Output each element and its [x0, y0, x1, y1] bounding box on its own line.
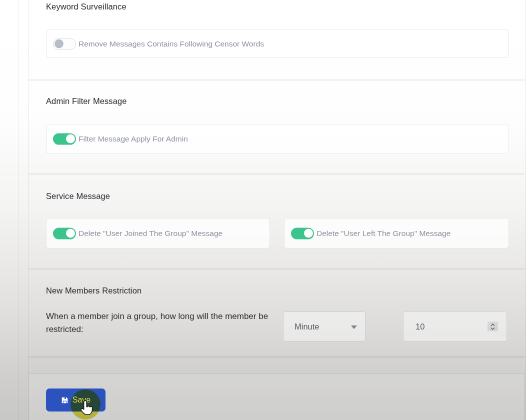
save-button-label: Save: [72, 396, 90, 404]
delete-user-joined-label: Delete "User Joined The Group" Message: [78, 229, 222, 238]
user-joined-option-box: Delete "User Joined The Group" Message: [46, 218, 270, 248]
section-divider: [28, 268, 524, 270]
delete-user-left-toggle[interactable]: [291, 228, 314, 239]
admin-filter-toggle-label: Filter Message Apply For Admin: [78, 134, 188, 144]
toggle-knob: [304, 228, 313, 238]
settings-page: Keyword Surveillance Remove Messages Con…: [0, 0, 526, 420]
section-divider: [28, 356, 524, 358]
user-left-option-box: Delete "User Left The Group" Message: [284, 218, 509, 248]
restriction-duration-field: [403, 312, 507, 342]
up-down-chevrons-icon: [490, 323, 496, 330]
section-title-new-members: New Members Restriction: [46, 286, 142, 296]
selected-unit-value: Minute: [294, 322, 320, 332]
censor-words-toggle[interactable]: [53, 38, 76, 50]
admin-filter-option-box: Filter Message Apply For Admin: [46, 124, 509, 154]
number-stepper[interactable]: [488, 322, 498, 332]
section-title-admin-filter: Admin Filter Message: [46, 96, 127, 106]
toggle-knob: [66, 134, 75, 143]
delete-user-left-label: Delete "User Left The Group" Message: [316, 229, 450, 238]
censor-words-option-box: Remove Messages Contains Following Censo…: [46, 30, 509, 58]
toggle-knob: [54, 40, 64, 48]
delete-user-joined-toggle[interactable]: [53, 228, 76, 239]
restriction-duration-input[interactable]: [416, 312, 480, 341]
section-title-service-message: Service Message: [46, 192, 110, 201]
section-title-keyword-surveillance: Keyword Surveillance: [46, 2, 126, 12]
chevron-down-icon: [351, 326, 357, 329]
restriction-description: When a member join a group, how long wil…: [46, 310, 285, 336]
toggle-knob: [66, 228, 75, 238]
save-button[interactable]: Save: [46, 388, 106, 412]
floppy-disk-icon: [61, 396, 68, 404]
left-gutter-divider: [18, 0, 18, 420]
censor-words-toggle-label: Remove Messages Contains Following Censo…: [78, 40, 264, 48]
restriction-unit-select[interactable]: Minute: [283, 312, 366, 342]
section-divider: [28, 174, 524, 174]
section-divider: [28, 80, 524, 80]
admin-filter-toggle[interactable]: [53, 133, 76, 144]
